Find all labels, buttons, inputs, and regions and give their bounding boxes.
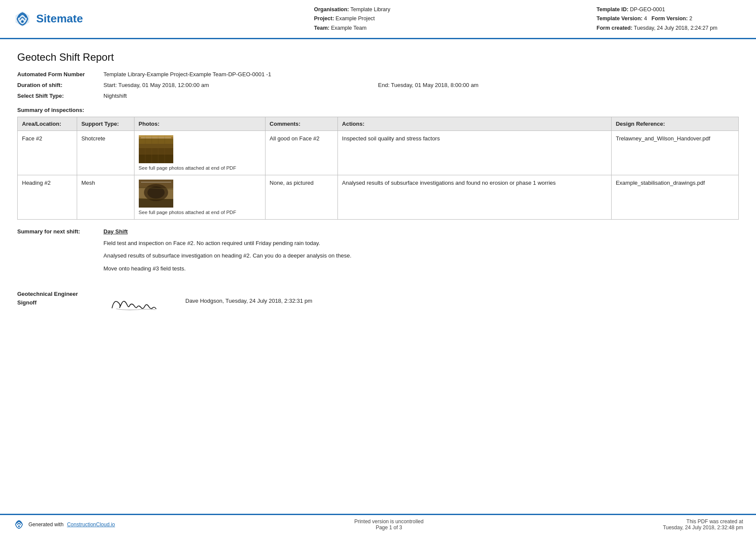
next-shift-row: Summary for next shift: Day Shift Field …: [17, 228, 739, 277]
cell-area-2: Heading #2: [18, 175, 77, 219]
automated-form-value: Template Library-Example Project-Example…: [103, 71, 739, 78]
logo-text: Sitemate: [36, 12, 83, 25]
signoff-label-line1: Geotechnical Engineer: [17, 291, 78, 297]
header-right: Template ID: DP-GEO-0001 Template Versio…: [597, 5, 743, 33]
col-comments: Comments:: [265, 117, 337, 130]
template-version-label: Template Version:: [597, 16, 643, 22]
signature-svg: [103, 290, 172, 316]
inspections-table: Area/Location: Support Type: Photos: Com…: [17, 117, 739, 220]
photo-thumb-2: [139, 180, 173, 208]
header-meta: Organisation: Template Library Project: …: [108, 5, 597, 33]
photo-caption-1: See full page photos attached at end of …: [139, 165, 261, 171]
cell-photos-1: See full page photos attached at end of …: [134, 130, 265, 175]
cell-photos-2: See full page photos attached at end of …: [134, 175, 265, 219]
team-value: Example Team: [331, 25, 366, 31]
svg-rect-5: [139, 144, 173, 148]
cell-comments-2: None, as pictured: [265, 175, 337, 219]
cell-actions-2: Analysed results of subsurface investiga…: [337, 175, 611, 219]
inspections-section-title: Summary of inspections:: [17, 107, 739, 113]
page-header: Sitemate Organisation: Template Library …: [0, 0, 756, 39]
signoff-label: Geotechnical Engineer Signoff: [17, 290, 103, 307]
project-label: Project:: [314, 16, 334, 22]
duration-start: Start: Tuesday, 01 May 2018, 12:00:00 am: [103, 82, 378, 88]
next-shift-label: Summary for next shift:: [17, 228, 103, 235]
footer-left: Generated with ConstructionCloud.io: [13, 518, 115, 531]
table-header-row: Area/Location: Support Type: Photos: Com…: [18, 117, 739, 130]
col-support: Support Type:: [77, 117, 134, 130]
inspections-table-header: Area/Location: Support Type: Photos: Com…: [18, 117, 739, 130]
svg-point-1: [21, 20, 24, 23]
next-shift-content: Day Shift Field test and inspection on F…: [103, 228, 739, 277]
duration-right: End: Tuesday, 01 May 2018, 8:00:00 am: [378, 82, 739, 88]
footer-generated-text: Generated with: [28, 522, 63, 528]
template-id-value: DP-GEO-0001: [630, 6, 665, 12]
col-design-ref: Design Reference:: [611, 117, 738, 130]
footer-center-line1: Printed version is uncontrolled: [354, 518, 424, 525]
form-version-label: Form Version:: [652, 16, 688, 22]
team-label: Team:: [314, 25, 330, 31]
automated-form-row: Automated Form Number Template Library-E…: [17, 71, 739, 78]
next-shift-para-3: Move onto heading #3 field tests.: [103, 264, 739, 273]
cell-support-2: Mesh: [77, 175, 134, 219]
automated-form-label: Automated Form Number: [17, 71, 103, 78]
col-photos: Photos:: [134, 117, 265, 130]
cell-area-1: Face #2: [18, 130, 77, 175]
logo-area: Sitemate: [13, 9, 108, 28]
svg-point-21: [18, 525, 20, 527]
footer-right-line1: This PDF was created at: [663, 518, 743, 525]
photo-svg-1: [139, 135, 173, 163]
page-footer: Generated with ConstructionCloud.io Prin…: [0, 514, 756, 534]
cell-design-ref-2: Example_stabilisation_drawings.pdf: [611, 175, 738, 219]
svg-rect-4: [139, 139, 173, 144]
form-created-value: Tuesday, 24 July 2018, 2:24:27 pm: [634, 25, 718, 31]
cell-support-1: Shotcrete: [77, 130, 134, 175]
shift-type-label: Select Shift Type:: [17, 93, 103, 99]
duration-end: End: Tuesday, 01 May 2018, 8:00:00 am: [378, 82, 739, 88]
page-title: Geotech Shift Report: [17, 51, 739, 63]
table-row: Face #2 Shotcrete: [18, 130, 739, 175]
signoff-label-line2: Signoff: [17, 299, 37, 306]
svg-rect-7: [139, 155, 173, 163]
photo-thumb-1: [139, 135, 173, 163]
main-content: Geotech Shift Report Automated Form Numb…: [0, 39, 756, 359]
footer-logo-icon: [13, 518, 25, 531]
svg-rect-6: [139, 148, 173, 155]
footer-right-line2: Tuesday, 24 July 2018, 2:32:48 pm: [663, 525, 743, 531]
cell-comments-1: All good on Face #2: [265, 130, 337, 175]
duration-row: Duration of shift: Start: Tuesday, 01 Ma…: [17, 82, 739, 88]
photo-svg-2: [139, 180, 173, 208]
org-value: Template Library: [350, 6, 390, 12]
template-id-label: Template ID:: [597, 6, 628, 12]
org-label: Organisation:: [314, 6, 349, 12]
col-area: Area/Location:: [18, 117, 77, 130]
duration-label: Duration of shift:: [17, 82, 103, 88]
form-version-value: 2: [689, 16, 692, 22]
cell-actions-1: Inspected soil quality and stress factor…: [337, 130, 611, 175]
signoff-text: Dave Hodgson, Tuesday, 24 July 2018, 2:3…: [185, 290, 312, 304]
inspections-table-body: Face #2 Shotcrete: [18, 130, 739, 219]
template-version-value: 4: [644, 16, 647, 22]
table-row: Heading #2 Mesh: [18, 175, 739, 219]
cell-design-ref-1: Trelawney_and_Wilson_Handover.pdf: [611, 130, 738, 175]
form-created-label: Form created:: [597, 25, 632, 31]
footer-right: This PDF was created at Tuesday, 24 July…: [663, 518, 743, 531]
next-shift-para-2: Analysed results of subsurface investiga…: [103, 251, 739, 260]
footer-center-line2: Page 1 of 3: [354, 525, 424, 531]
photo-caption-2: See full page photos attached at end of …: [139, 210, 261, 215]
col-actions: Actions:: [337, 117, 611, 130]
svg-rect-12: [139, 135, 173, 137]
sitemate-logo-icon: [13, 9, 32, 28]
footer-center: Printed version is uncontrolled Page 1 o…: [354, 518, 424, 531]
duration-left: Duration of shift: Start: Tuesday, 01 Ma…: [17, 82, 378, 88]
next-shift-title: Day Shift: [103, 228, 739, 235]
footer-link[interactable]: ConstructionCloud.io: [67, 522, 115, 528]
project-value: Example Project: [336, 16, 375, 22]
signoff-row: Geotechnical Engineer Signoff Dave Hodgs…: [17, 290, 739, 316]
shift-type-row: Select Shift Type: Nightshift: [17, 93, 739, 99]
next-shift-para-1: Field test and inspection on Face #2. No…: [103, 239, 739, 248]
shift-type-value: Nightshift: [103, 93, 739, 99]
